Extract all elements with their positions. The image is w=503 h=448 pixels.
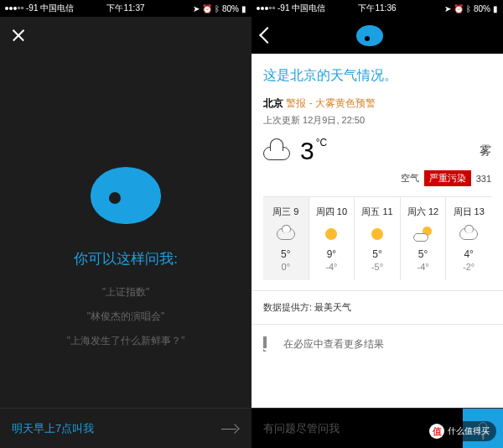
- forecast-day[interactable]: 周三 95°0°: [263, 197, 309, 280]
- header: [0, 17, 252, 54]
- aq-label: 空气: [401, 172, 419, 185]
- updated-label: 上次更新: [263, 115, 300, 125]
- forecast-label: 周五 11: [356, 206, 398, 218]
- input-bar[interactable]: 明天早上7点叫我: [0, 408, 252, 448]
- aq-value: 331: [476, 174, 491, 184]
- battery-label: 80%: [474, 4, 490, 13]
- forecast-low: -2°: [448, 262, 490, 272]
- weather-result-screen: -91 中国电信 下午11:36 ➤ ⏰ ᛒ 80% ▮ 这是北京的天气情况。 …: [252, 0, 503, 448]
- close-icon[interactable]: [10, 27, 27, 44]
- forecast-label: 周六 12: [402, 206, 444, 218]
- signal-icon: [257, 7, 275, 10]
- battery-icon: ▮: [241, 4, 246, 13]
- forecast-low: -4°: [402, 262, 444, 272]
- current-condition: 雾: [480, 143, 491, 159]
- status-bar: -91 中国电信 下午11:36 ➤ ⏰ ᛒ 80% ▮: [252, 0, 503, 17]
- battery-icon: ▮: [493, 4, 498, 13]
- forecast-high: 9°: [311, 248, 353, 260]
- cloud-icon: [277, 228, 295, 240]
- prompt-title: 你可以这样问我:: [74, 249, 178, 268]
- aq-badge: 严重污染: [424, 170, 471, 186]
- suggestion-item[interactable]: "上证指数": [102, 285, 150, 300]
- cloud-icon: [459, 228, 478, 240]
- nav-icon: ➤: [444, 4, 451, 13]
- carrier-label: -91 中国电信: [26, 3, 74, 14]
- forecast-day[interactable]: 周五 115°-5°: [355, 197, 401, 280]
- bing-more-label: 在必应中查看更多结果: [283, 337, 384, 352]
- nav-icon: ➤: [193, 4, 200, 13]
- bluetooth-icon: ᛒ: [466, 4, 471, 13]
- forecast-label: 周四 10: [311, 206, 353, 218]
- bing-more-link[interactable]: 在必应中查看更多结果: [252, 324, 503, 363]
- status-time: 下午11:37: [106, 3, 144, 14]
- partly-cloudy-icon: [413, 227, 433, 242]
- header: [252, 17, 503, 54]
- forecast-day[interactable]: 周六 125°-4°: [401, 197, 447, 280]
- forecast-high: 4°: [448, 248, 490, 260]
- input-text[interactable]: 明天早上7点叫我: [12, 421, 94, 436]
- weather-card: 这是北京的天气情况。 北京 警报 - 大雾黄色预警 上次更新 12月9日, 22…: [252, 54, 503, 290]
- cortana-avatar-icon: [91, 167, 161, 224]
- back-icon[interactable]: [259, 27, 276, 44]
- status-bar: -91 中国电信 下午11:37 ➤ ⏰ ᛒ 80% ▮: [0, 0, 252, 17]
- sun-icon: [371, 228, 383, 240]
- watermark: 值 什么值得买: [423, 421, 496, 441]
- forecast-low: -4°: [311, 262, 353, 272]
- weather-alert: 警报 - 大雾黄色预警: [286, 97, 376, 109]
- bluetooth-icon: ᛒ: [215, 4, 220, 13]
- forecast-row: 周三 95°0°周四 109°-4°周五 115°-5°周六 125°-4°周日…: [263, 196, 491, 280]
- assistant-prompt-screen: -91 中国电信 下午11:37 ➤ ⏰ ᛒ 80% ▮ 你可以这样问我: "上…: [0, 0, 252, 448]
- current-temp: 3: [300, 137, 314, 164]
- card-title: 这是北京的天气情况。: [263, 67, 491, 85]
- location-label: 北京: [263, 97, 283, 109]
- current-weather-icon: [263, 142, 292, 160]
- forecast-high: 5°: [402, 248, 444, 260]
- bing-icon: [263, 336, 277, 352]
- forecast-high: 5°: [265, 248, 307, 260]
- forecast-day[interactable]: 周日 134°-2°: [446, 197, 491, 280]
- input-placeholder[interactable]: 有问题尽管问我: [263, 421, 340, 436]
- alarm-icon: ⏰: [454, 4, 464, 13]
- submit-arrow-icon[interactable]: [221, 424, 240, 434]
- sun-icon: [325, 228, 337, 240]
- forecast-high: 5°: [356, 248, 398, 260]
- battery-label: 80%: [222, 4, 239, 13]
- suggestion-item[interactable]: "上海发生了什么新鲜事？": [67, 334, 185, 348]
- watermark-text: 什么值得买: [448, 425, 490, 437]
- forecast-label: 周日 13: [448, 206, 490, 218]
- forecast-low: 0°: [265, 262, 307, 272]
- alarm-icon: ⏰: [202, 4, 212, 13]
- cortana-avatar-icon: [356, 25, 383, 46]
- updated-time: 12月9日, 22:50: [303, 115, 365, 125]
- data-provider: 数据提供方: 最美天气: [252, 290, 503, 324]
- watermark-badge: 值: [429, 424, 444, 439]
- carrier-label: -91 中国电信: [277, 3, 325, 14]
- forecast-day[interactable]: 周四 109°-4°: [309, 197, 355, 280]
- signal-icon: [5, 7, 23, 10]
- temp-unit: °C: [316, 137, 327, 148]
- forecast-low: -5°: [356, 262, 398, 272]
- forecast-label: 周三 9: [265, 206, 307, 218]
- status-time: 下午11:36: [358, 3, 396, 14]
- suggestion-item[interactable]: "林俊杰的演唱会": [87, 310, 165, 324]
